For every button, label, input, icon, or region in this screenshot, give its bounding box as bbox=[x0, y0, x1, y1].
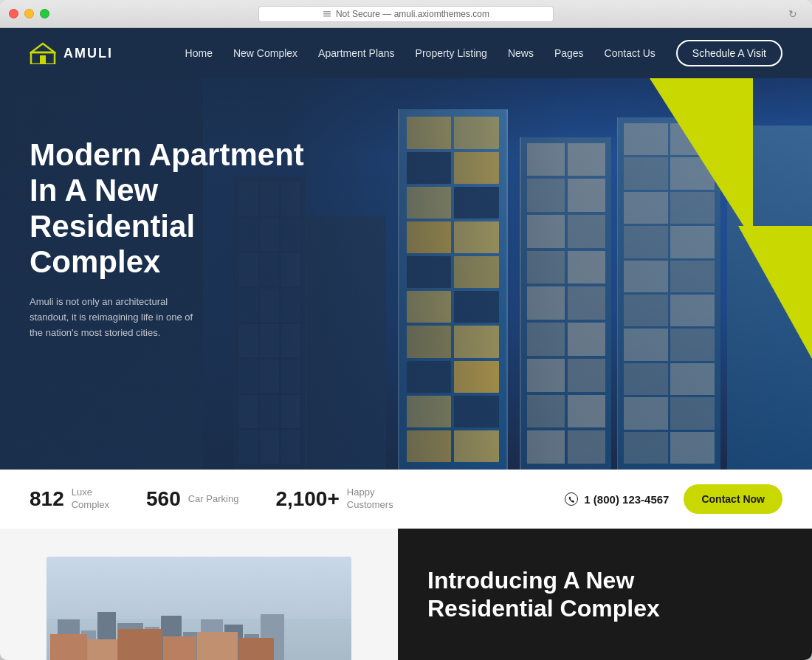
svg-rect-1 bbox=[323, 13, 331, 15]
nav-links: Home New Complex Apartment Plans Propert… bbox=[185, 40, 782, 66]
preview-foreground bbox=[47, 629, 351, 660]
svg-rect-2 bbox=[323, 16, 331, 17]
preview-sky bbox=[47, 557, 351, 619]
stat-luxe: 812 Luxe Complex bbox=[30, 487, 109, 512]
url-text: Not Secure — amuli.axiomthemes.com bbox=[336, 9, 489, 19]
nav-pages[interactable]: Pages bbox=[554, 47, 584, 59]
lines-icon bbox=[323, 10, 331, 18]
bottom-right-panel: Introducing A New Residential Complex bbox=[398, 529, 812, 660]
svg-rect-4 bbox=[40, 55, 46, 64]
mac-window: Not Secure — amuli.axiomthemes.com ↻ AMU… bbox=[0, 0, 812, 660]
hero-title: Modern Apartment In A New Residential Co… bbox=[30, 137, 310, 280]
schedule-visit-button[interactable]: Schedule A Visit bbox=[676, 40, 782, 66]
minimize-button[interactable] bbox=[24, 9, 34, 18]
refresh-button[interactable]: ↻ bbox=[788, 8, 797, 20]
mac-titlebar: Not Secure — amuli.axiomthemes.com ↻ bbox=[0, 0, 812, 28]
nav-contact-us[interactable]: Contact Us bbox=[605, 47, 656, 59]
address-bar[interactable]: Not Secure — amuli.axiomthemes.com bbox=[258, 6, 554, 22]
logo-icon bbox=[30, 42, 56, 64]
stats-bar: 812 Luxe Complex 560 Car Parking 2,100+ … bbox=[0, 470, 812, 529]
nav-new-complex[interactable]: New Complex bbox=[233, 47, 297, 59]
stat-parking-number: 560 bbox=[146, 487, 181, 511]
phone-icon bbox=[565, 492, 578, 506]
nav-property-listing[interactable]: Property Listing bbox=[416, 47, 487, 59]
triangle-accent-1 bbox=[650, 78, 753, 241]
hero-section: Modern Apartment In A New Residential Co… bbox=[0, 78, 812, 470]
contact-now-button[interactable]: Contact Now bbox=[684, 484, 782, 514]
stat-parking: 560 Car Parking bbox=[146, 487, 238, 511]
navbar: AMULI Home New Complex Apartment Plans P… bbox=[0, 28, 812, 78]
stat-customers-number: 2,100+ bbox=[275, 487, 339, 511]
bottom-section: Introducing A New Residential Complex bbox=[0, 529, 812, 660]
nav-apartment-plans[interactable]: Apartment Plans bbox=[318, 47, 395, 59]
building-preview-image bbox=[47, 557, 351, 660]
stat-customers: 2,100+ Happy Customers bbox=[275, 487, 393, 512]
stat-luxe-number: 812 bbox=[30, 487, 64, 511]
stat-customers-label: Happy Customers bbox=[347, 487, 393, 512]
window-controls bbox=[9, 9, 49, 18]
triangle-accent-2 bbox=[738, 226, 812, 359]
stat-parking-label: Car Parking bbox=[188, 493, 239, 506]
maximize-button[interactable] bbox=[40, 9, 49, 18]
svg-point-5 bbox=[565, 493, 578, 506]
stat-luxe-label: Luxe Complex bbox=[72, 487, 109, 512]
phone-number: 1 (800) 123-4567 bbox=[565, 492, 669, 506]
phone-text: 1 (800) 123-4567 bbox=[584, 493, 669, 506]
close-button[interactable] bbox=[9, 9, 18, 18]
hero-description: Amuli is not only an architectural stand… bbox=[30, 295, 207, 340]
nav-home[interactable]: Home bbox=[185, 47, 213, 59]
stats-right: 1 (800) 123-4567 Contact Now bbox=[565, 484, 782, 514]
hero-content: Modern Apartment In A New Residential Co… bbox=[30, 137, 310, 341]
website-content: AMULI Home New Complex Apartment Plans P… bbox=[0, 28, 812, 660]
brand-name: AMULI bbox=[63, 46, 113, 61]
nav-news[interactable]: News bbox=[508, 47, 534, 59]
svg-rect-0 bbox=[323, 11, 331, 13]
bottom-left-panel bbox=[0, 529, 398, 660]
intro-title: Introducing A New Residential Complex bbox=[427, 566, 660, 623]
logo[interactable]: AMULI bbox=[30, 42, 113, 64]
